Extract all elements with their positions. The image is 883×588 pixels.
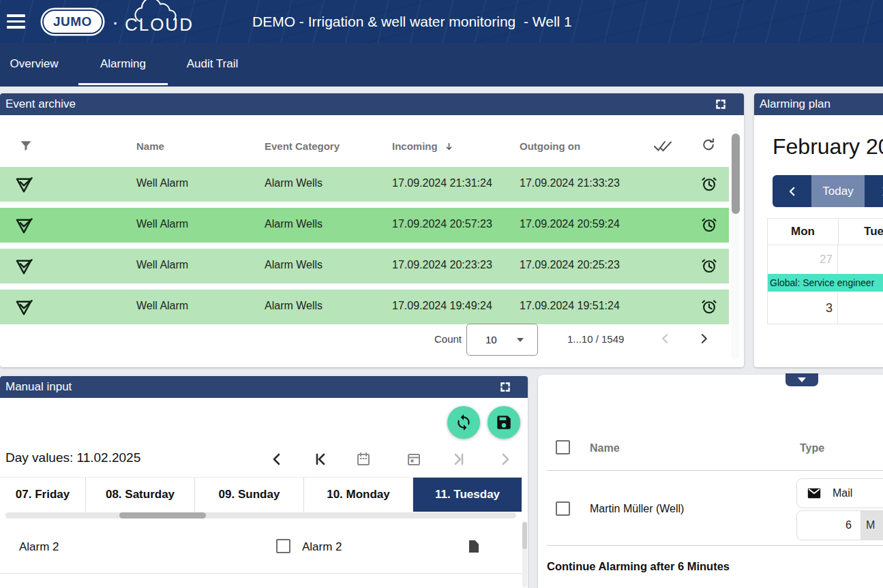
event-row[interactable]: Well Alarm Alarm Wells 17.09.2024 19:49:… bbox=[0, 290, 729, 324]
alarm-contacts-panel: Name Type Martin Müller (Well) Mail 6 M … bbox=[538, 375, 883, 588]
contact-name: Martin Müller (Well) bbox=[590, 503, 684, 515]
divider bbox=[547, 545, 883, 546]
column-header-name: Name bbox=[590, 442, 620, 454]
calendar: Mon Tue 27 Global: Service engineer 3 bbox=[767, 218, 883, 324]
sync-icon bbox=[455, 414, 473, 431]
horizontal-scrollbar[interactable] bbox=[5, 512, 516, 519]
fullscreen-icon[interactable] bbox=[715, 98, 727, 110]
calendar-week-row: 27 bbox=[768, 245, 883, 273]
count-value: 10 bbox=[485, 334, 497, 345]
cloud-logo: CLOUD bbox=[125, 9, 194, 35]
filter-icon[interactable] bbox=[19, 138, 33, 153]
alarming-plan-header: Alarming plan bbox=[754, 93, 883, 115]
calendar-prev-button[interactable] bbox=[773, 175, 811, 207]
calendar-cell[interactable]: 3 bbox=[768, 292, 838, 324]
column-header-category[interactable]: Event Category bbox=[265, 140, 340, 153]
note-icon[interactable] bbox=[466, 538, 482, 555]
day-tab-tuesday[interactable]: 11. Tuesday bbox=[413, 478, 522, 512]
calendar-week-row: 3 bbox=[768, 292, 883, 324]
refresh-icon[interactable] bbox=[701, 137, 716, 153]
calendar-cell[interactable] bbox=[838, 245, 883, 273]
event-incoming: 17.09.2024 20:57:23 bbox=[392, 218, 492, 230]
fullscreen-icon[interactable] bbox=[499, 381, 511, 393]
divider bbox=[547, 470, 883, 471]
manual-input-panel: Manual input Day values: 11.02.2025 07. … bbox=[0, 376, 528, 588]
calendar-event[interactable]: Global: Service engineer bbox=[768, 273, 883, 292]
tab-audit-trail[interactable]: Audit Trail bbox=[168, 43, 257, 87]
alarm-clock-icon[interactable] bbox=[700, 298, 718, 315]
column-header-name[interactable]: Name bbox=[136, 140, 164, 153]
day-tab-friday[interactable]: 07. Friday bbox=[0, 478, 86, 512]
panel-title: Manual input bbox=[5, 380, 72, 393]
save-button[interactable] bbox=[488, 406, 520, 439]
day-tab-monday[interactable]: 10. Monday bbox=[304, 478, 413, 512]
calendar-next-button[interactable] bbox=[865, 175, 883, 207]
main-nav: Overview Alarming Audit Trail bbox=[0, 43, 883, 87]
event-row[interactable]: Well Alarm Alarm Wells 17.09.2024 20:57:… bbox=[0, 208, 729, 243]
calendar-cell[interactable] bbox=[838, 292, 883, 324]
day-tabs: 07. Friday 08. Saturday 09. Sunday 10. M… bbox=[0, 477, 522, 511]
calendar-nav: Today bbox=[773, 175, 883, 207]
day-tab-sunday[interactable]: 09. Sunday bbox=[195, 478, 304, 512]
acknowledge-all-icon[interactable] bbox=[653, 139, 674, 153]
prev-day-icon[interactable] bbox=[269, 451, 285, 467]
save-icon bbox=[495, 414, 513, 431]
day-values-label: Day values: 11.02.2025 bbox=[5, 450, 140, 465]
manual-input-header: Manual input bbox=[0, 376, 528, 398]
vertical-scrollbar[interactable] bbox=[522, 522, 527, 587]
calendar-day-icon[interactable] bbox=[406, 451, 422, 467]
day-tab-saturday[interactable]: 08. Saturday bbox=[86, 478, 195, 512]
row-label: Alarm 2 bbox=[19, 540, 59, 554]
chevron-down-icon bbox=[798, 377, 806, 386]
notification-type-value: Mail bbox=[833, 487, 852, 499]
event-name: Well Alarm bbox=[136, 177, 188, 189]
scrollbar-thumb[interactable] bbox=[119, 512, 206, 519]
last-day-icon[interactable] bbox=[451, 451, 467, 467]
pagination: Count 10 1...10 / 1549 bbox=[0, 324, 729, 358]
calendar-icon[interactable] bbox=[355, 451, 372, 467]
tab-alarming[interactable]: Alarming bbox=[78, 43, 168, 87]
alarm-clock-icon[interactable] bbox=[700, 257, 718, 275]
count-label: Count bbox=[434, 333, 462, 345]
interval-input[interactable]: 6 M bbox=[796, 510, 883, 540]
vertical-scrollbar[interactable] bbox=[731, 129, 740, 360]
tab-overview[interactable]: Overview bbox=[0, 43, 68, 87]
event-incoming: 17.09.2024 20:23:23 bbox=[392, 259, 492, 271]
event-row[interactable]: Well Alarm Alarm Wells 17.09.2024 20:23:… bbox=[0, 249, 729, 283]
alarm-checkbox[interactable] bbox=[276, 539, 290, 553]
calendar-cell[interactable]: 27 bbox=[768, 245, 838, 273]
event-category: Alarm Wells bbox=[265, 259, 323, 271]
collapse-button[interactable] bbox=[785, 373, 818, 386]
event-outgoing: 17.09.2024 21:33:23 bbox=[520, 177, 620, 189]
divider bbox=[0, 573, 522, 574]
event-category: Alarm Wells bbox=[265, 177, 323, 189]
event-row[interactable]: Well Alarm Alarm Wells 17.09.2024 21:31:… bbox=[0, 167, 729, 202]
scrollbar-thumb[interactable] bbox=[522, 522, 527, 549]
next-page-icon[interactable] bbox=[697, 332, 710, 345]
first-day-icon[interactable] bbox=[312, 451, 329, 467]
scrollbar-thumb[interactable] bbox=[732, 134, 740, 214]
event-name: Well Alarm bbox=[136, 218, 188, 230]
alarm-clock-icon[interactable] bbox=[700, 175, 718, 193]
menu-icon[interactable] bbox=[7, 14, 25, 29]
alarming-plan-panel: Alarming plan February 2025 Today Mon Tu… bbox=[754, 93, 883, 367]
alarm-clock-icon[interactable] bbox=[700, 216, 718, 234]
select-all-checkbox[interactable] bbox=[556, 440, 570, 454]
event-outgoing: 17.09.2024 20:25:23 bbox=[520, 259, 620, 271]
calendar-today-button[interactable]: Today bbox=[811, 175, 865, 207]
reload-button[interactable] bbox=[447, 406, 480, 439]
column-header-incoming[interactable]: Incoming bbox=[392, 140, 454, 153]
contact-checkbox[interactable] bbox=[556, 501, 570, 516]
prev-page-icon[interactable] bbox=[659, 332, 672, 345]
count-select[interactable]: 10 bbox=[466, 324, 538, 356]
event-category: Alarm Wells bbox=[265, 300, 323, 312]
event-incoming: 17.09.2024 21:31:24 bbox=[392, 177, 492, 189]
next-day-icon[interactable] bbox=[497, 451, 513, 467]
jumo-cloud-logo[interactable]: JUMO · CLOUD bbox=[44, 7, 194, 36]
app-header: JUMO · CLOUD DEMO - Irrigation & well wa… bbox=[0, 0, 883, 43]
manual-input-row: Alarm 2 Alarm 2 bbox=[0, 521, 522, 573]
column-header-outgoing[interactable]: Outgoing on bbox=[520, 140, 580, 153]
notification-type-select[interactable]: Mail bbox=[796, 478, 883, 508]
weekday-mon: Mon bbox=[768, 219, 839, 245]
column-header-type: Type bbox=[800, 442, 824, 454]
